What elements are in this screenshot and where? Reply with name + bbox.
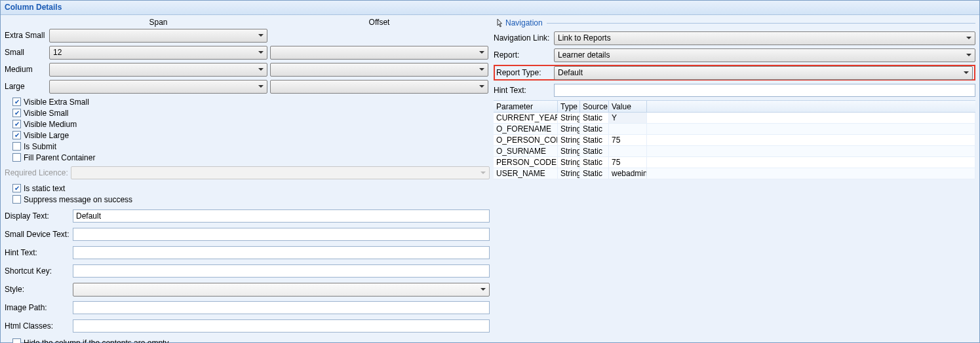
param-row[interactable]: PERSON_CODEStringStatic75 [494, 157, 975, 168]
report-combo[interactable]: Learner details [554, 48, 975, 62]
style-row: Style: [5, 282, 490, 297]
navigation-link-row: Navigation Link: Link to Reports [494, 31, 975, 45]
shortcut-key-input[interactable] [73, 264, 490, 278]
visibility-checks: Visible Extra Small Visible Small Visibl… [5, 96, 490, 163]
field-label: Report: [494, 50, 554, 60]
hint-text-right-input[interactable] [554, 84, 975, 97]
checkbox-label: Suppress message on success [24, 195, 132, 204]
span-lg-combo[interactable] [49, 80, 267, 94]
span-label: Extra Small [5, 31, 48, 40]
param-cell-source: Static [580, 157, 609, 168]
navigation-legend: Navigation [505, 18, 543, 27]
span-label: Large [5, 82, 48, 91]
static-checks: Is static text Suppress message on succe… [5, 183, 490, 205]
header-offset: Offset [269, 18, 490, 27]
header-span: Span [48, 18, 269, 27]
span-label: Small [5, 48, 48, 57]
param-cell-value: webadmin [609, 168, 647, 179]
param-header-parameter[interactable]: Parameter [494, 101, 558, 112]
visible-xs-checkbox[interactable] [12, 98, 21, 106]
navigation-link-combo[interactable]: Link to Reports [554, 31, 975, 45]
field-label: Hint Text: [5, 248, 73, 257]
field-label: Small Device Text: [5, 230, 73, 239]
span-xs-combo[interactable] [49, 29, 267, 43]
image-path-input[interactable] [73, 301, 490, 314]
param-cell-name: CURRENT_YEAR [494, 113, 558, 123]
fieldset-line [547, 23, 975, 24]
param-row[interactable]: O_FORENAMEStringStatic [494, 124, 975, 135]
param-row[interactable]: O_SURNAMEStringStatic [494, 146, 975, 157]
param-header-spacer [647, 101, 975, 112]
content-area: Span Offset Extra Small Small 12 Me [1, 15, 979, 343]
visible-sm-checkbox[interactable] [12, 109, 21, 117]
param-cell-source: Static [580, 113, 609, 123]
param-header-row: Parameter Type Source Value [494, 100, 975, 113]
param-row[interactable]: USER_NAMEStringStaticwebadmin [494, 168, 975, 179]
span-label: Medium [5, 65, 48, 74]
checkbox-label: Fill Parent Container [24, 153, 95, 162]
param-cell-spacer [647, 168, 975, 179]
span-grid-header: Span Offset [5, 18, 490, 27]
field-label: Navigation Link: [494, 33, 554, 43]
report-type-row: Report Type: Default [494, 65, 975, 81]
param-cell-type: String [558, 135, 580, 145]
left-panel: Span Offset Extra Small Small 12 Me [5, 18, 490, 343]
style-combo[interactable] [73, 283, 490, 297]
param-cell-name: PERSON_CODE [494, 157, 558, 168]
checkbox-label: Hide the column if the contents are empt… [24, 338, 168, 344]
cursor-icon [494, 18, 504, 28]
param-cell-spacer [647, 146, 975, 156]
hint-text-right-row: Hint Text: [494, 83, 975, 98]
checkbox-label: Visible Small [24, 109, 68, 118]
param-cell-name: O_SURNAME [494, 146, 558, 156]
required-licence-label: Required Licence: [5, 168, 68, 177]
offset-lg-combo[interactable] [270, 80, 488, 94]
param-cell-name: O_FORENAME [494, 124, 558, 134]
hint-text-left-input[interactable] [73, 246, 490, 259]
small-device-text-input[interactable] [73, 228, 490, 241]
param-header-type[interactable]: Type [558, 101, 580, 112]
offset-md-combo[interactable] [270, 63, 488, 77]
span-row-md: Medium [5, 62, 490, 77]
param-cell-spacer [647, 113, 975, 123]
param-row[interactable]: CURRENT_YEARStringStaticY [494, 113, 975, 124]
required-licence-row: Required Licence: [5, 166, 490, 180]
param-cell-spacer [647, 135, 975, 145]
suppress-checkbox[interactable] [12, 195, 21, 204]
span-row-lg: Large [5, 79, 490, 94]
param-cell-spacer [647, 124, 975, 134]
param-cell-type: String [558, 157, 580, 168]
field-label: Report Type: [496, 68, 554, 77]
checkbox-label: Visible Medium [24, 120, 77, 129]
fill-parent-checkbox[interactable] [12, 153, 21, 162]
required-licence-combo [71, 166, 490, 179]
hint-text-left-row: Hint Text: [5, 245, 490, 260]
display-text-input[interactable]: Default [73, 209, 490, 223]
param-cell-name: O_PERSON_CODE [494, 135, 558, 145]
param-header-source[interactable]: Source [580, 101, 609, 112]
span-md-combo[interactable] [49, 63, 267, 77]
param-cell-source: Static [580, 124, 609, 134]
span-sm-combo[interactable]: 12 [49, 46, 267, 60]
param-row[interactable]: O_PERSON_CODEStringStatic75 [494, 135, 975, 146]
right-panel: Navigation Navigation Link: Link to Repo… [494, 18, 975, 343]
html-classes-input[interactable] [73, 319, 490, 333]
param-rows: CURRENT_YEARStringStaticYO_FORENAMEStrin… [494, 113, 975, 179]
param-cell-source: Static [580, 168, 609, 179]
visible-lg-checkbox[interactable] [12, 131, 21, 139]
report-type-combo[interactable]: Default [554, 66, 973, 80]
html-classes-row: Html Classes: [5, 319, 490, 333]
field-label: Image Path: [5, 303, 73, 312]
field-label: Style: [5, 285, 73, 294]
checkbox-label: Is Submit [24, 142, 56, 151]
visible-md-checkbox[interactable] [12, 120, 21, 128]
param-cell-type: String [558, 146, 580, 156]
hide-empty-checkbox[interactable] [12, 338, 21, 343]
param-header-value[interactable]: Value [609, 101, 647, 112]
param-cell-source: Static [580, 135, 609, 145]
is-submit-checkbox[interactable] [12, 142, 21, 151]
offset-sm-combo[interactable] [270, 46, 488, 60]
checkbox-label: Is static text [24, 184, 65, 193]
span-offset-grid: Span Offset Extra Small Small 12 Me [5, 18, 490, 94]
is-static-checkbox[interactable] [12, 184, 21, 192]
